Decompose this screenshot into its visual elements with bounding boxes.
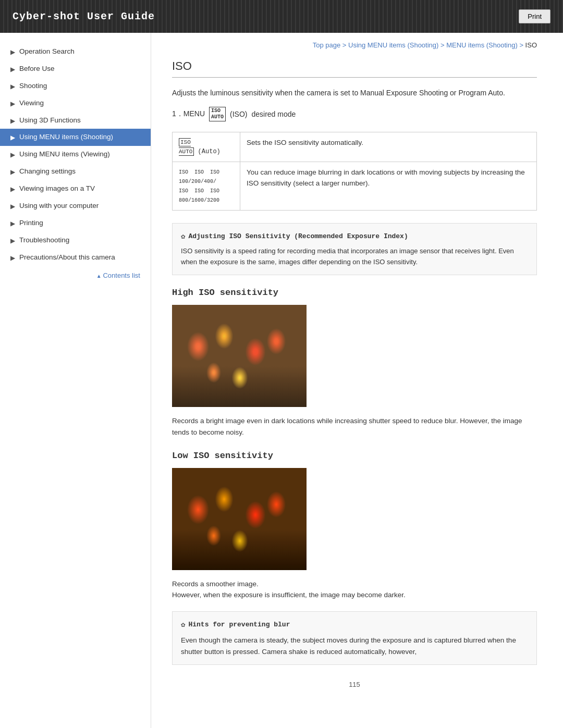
sidebar-item-using-computer[interactable]: ▶ Using with your computer — [0, 198, 151, 215]
arrow-icon: ▶ — [10, 82, 15, 91]
header: Cyber-shot User Guide Print — [0, 0, 563, 33]
arrow-icon: ▶ — [10, 219, 15, 228]
sidebar-item-viewing-tv[interactable]: ▶ Viewing images on a TV — [0, 180, 151, 198]
sidebar: ▶ Operation Search ▶ Before Use ▶ Shooti… — [0, 33, 151, 728]
iso-parens: (ISO) — [230, 110, 247, 118]
tip-text: ISO sensitivity is a speed rating for re… — [181, 246, 528, 268]
print-button[interactable]: Print — [519, 9, 550, 23]
iso-numbers-label: ISO ISO ISO 100/200/400/ ISO ISO ISO 800… — [179, 169, 219, 203]
table-row: ISO ISO ISO 100/200/400/ ISO ISO ISO 800… — [173, 162, 537, 211]
arrow-icon: ▶ — [10, 168, 15, 177]
sidebar-item-operation-search[interactable]: ▶ Operation Search — [0, 43, 151, 60]
sidebar-label: Using MENU items (Shooting) — [19, 132, 113, 142]
tip-box: ✿ Adjusting ISO Sensitivity (Recommended… — [172, 223, 537, 275]
flowers-image-low — [172, 468, 307, 570]
arrow-icon: ▶ — [10, 254, 15, 263]
arrow-icon: ▶ — [10, 202, 15, 211]
sidebar-label: Viewing images on a TV — [19, 184, 95, 194]
sidebar-item-changing-settings[interactable]: ▶ Changing settings — [0, 163, 151, 180]
sidebar-label: Shooting — [19, 81, 47, 91]
arrow-icon: ▶ — [10, 185, 15, 194]
table-row: ISOAUTO (Auto) Sets the ISO sensitivity … — [173, 132, 537, 162]
iso-auto-icon: ISOAUTO — [209, 107, 226, 121]
arrow-icon: ▶ — [10, 151, 15, 159]
breadcrumb-top[interactable]: Top page — [313, 41, 341, 49]
page-number: 115 — [172, 681, 537, 688]
hint-heading: Hints for preventing blur — [188, 620, 290, 631]
low-iso-photo — [172, 468, 307, 570]
app-title: Cyber-shot User Guide — [13, 10, 155, 22]
hints-box: ✿ Hints for preventing blur Even though … — [172, 611, 537, 665]
sidebar-item-shooting[interactable]: ▶ Shooting — [0, 78, 151, 95]
desired-mode-text: desired mode — [251, 110, 296, 118]
sidebar-label: Operation Search — [19, 47, 75, 57]
tip-icon: ✿ — [181, 231, 185, 242]
menu-step: 1．MENU — [172, 109, 205, 119]
iso-table: ISOAUTO (Auto) Sets the ISO sensitivity … — [172, 132, 537, 211]
sidebar-label: Using MENU items (Viewing) — [19, 150, 110, 159]
arrow-icon: ▶ — [10, 237, 15, 245]
sidebar-label: Using 3D Functions — [19, 116, 81, 126]
intro-text: Adjusts the luminous sensitivity when th… — [172, 87, 537, 98]
table-cell-value: Sets the ISO sensitivity automatically. — [240, 132, 537, 162]
breadcrumb-current: ISO — [525, 41, 537, 49]
low-iso-caption: Records a smoother image.However, when t… — [172, 578, 537, 601]
high-iso-photo — [172, 305, 307, 407]
flowers-image-high — [172, 305, 307, 407]
high-iso-heading: High ISO sensitivity — [172, 288, 537, 298]
arrow-icon: ▶ — [10, 100, 15, 108]
iso-auto-label: ISOAUTO — [179, 138, 194, 156]
page-layout: ▶ Operation Search ▶ Before Use ▶ Shooti… — [0, 33, 563, 728]
sidebar-item-precautions[interactable]: ▶ Precautions/About this camera — [0, 249, 151, 266]
hint-text: Even though the camera is steady, the su… — [181, 635, 528, 657]
breadcrumb: Top page > Using MENU items (Shooting) >… — [172, 41, 537, 49]
breadcrumb-menu-items-shooting[interactable]: MENU items (Shooting) — [446, 41, 518, 49]
table-cell-value: You can reduce image blurring in dark lo… — [240, 162, 537, 211]
low-iso-heading: Low ISO sensitivity — [172, 451, 537, 461]
sidebar-item-viewing[interactable]: ▶ Viewing — [0, 95, 151, 112]
high-iso-caption: Records a bright image even in dark loca… — [172, 415, 537, 438]
sidebar-label: Troubleshooting — [19, 236, 69, 245]
tip-heading: Adjusting ISO Sensitivity (Recommended E… — [188, 231, 408, 242]
tip-title: ✿ Adjusting ISO Sensitivity (Recommended… — [181, 231, 528, 242]
sidebar-label: Printing — [19, 218, 43, 228]
sidebar-label: Changing settings — [19, 167, 76, 177]
table-cell-key: ISOAUTO (Auto) — [173, 132, 240, 162]
arrow-icon: ▶ — [10, 48, 15, 57]
arrow-icon: ▶ — [10, 65, 15, 74]
sidebar-label: Viewing — [19, 98, 44, 108]
page-title: ISO — [172, 59, 537, 78]
hint-icon: ✿ — [181, 619, 185, 631]
sidebar-label: Before Use — [19, 64, 55, 74]
table-cell-key: ISO ISO ISO 100/200/400/ ISO ISO ISO 800… — [173, 162, 240, 211]
arrow-icon: ▶ — [10, 117, 15, 126]
sidebar-item-using-3d[interactable]: ▶ Using 3D Functions — [0, 112, 151, 129]
hint-title: ✿ Hints for preventing blur — [181, 619, 528, 631]
arrow-icon: ▶ — [10, 133, 15, 142]
sidebar-item-using-menu-shooting[interactable]: ▶ Using MENU items (Shooting) — [0, 129, 151, 146]
contents-list-link[interactable]: Contents list — [0, 266, 151, 285]
main-content: Top page > Using MENU items (Shooting) >… — [151, 33, 558, 728]
sidebar-item-printing[interactable]: ▶ Printing — [0, 215, 151, 232]
sidebar-label: Precautions/About this camera — [19, 253, 115, 263]
sidebar-label: Using with your computer — [19, 201, 99, 211]
menu-instruction: 1．MENU ISOAUTO (ISO) desired mode — [172, 107, 537, 121]
breadcrumb-using-menu-shooting[interactable]: Using MENU items (Shooting) — [348, 41, 438, 49]
sidebar-item-before-use[interactable]: ▶ Before Use — [0, 60, 151, 78]
sidebar-item-troubleshooting[interactable]: ▶ Troubleshooting — [0, 232, 151, 249]
sidebar-item-using-menu-viewing[interactable]: ▶ Using MENU items (Viewing) — [0, 146, 151, 163]
